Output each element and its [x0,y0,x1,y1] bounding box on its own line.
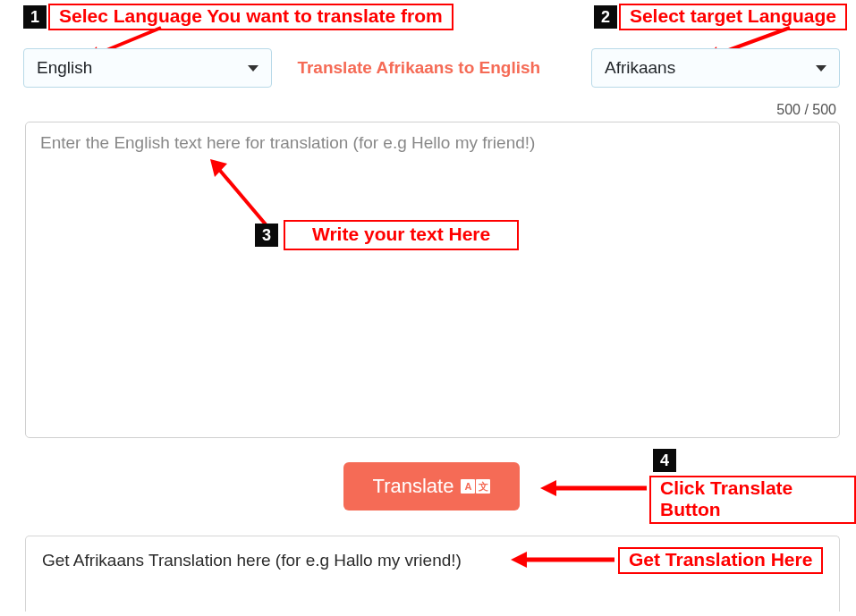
step-badge-2: 2 [594,5,617,29]
step-badge-4: 4 [653,449,676,472]
chevron-down-icon [248,65,258,72]
chevron-down-icon [816,65,826,72]
step-badge-1: 1 [23,5,47,29]
callout-target-lang: Select target Language [619,4,847,30]
arrow-4-icon [535,477,651,504]
page-title: Translate Afrikaans to English [297,58,540,78]
svg-marker-7 [540,480,556,496]
translate-icon: A 文 [461,479,490,494]
translate-button-label: Translate [373,475,454,498]
translate-button[interactable]: Translate A 文 [343,462,520,511]
callout-click-translate: Click Translate Button [649,476,856,524]
target-language-value: Afrikaans [605,58,675,78]
source-text-input[interactable]: Enter the English text here for translat… [25,122,840,438]
character-count: 500 / 500 [776,102,836,118]
source-language-select[interactable]: English [23,48,272,88]
step-badge-3: 3 [255,224,278,247]
target-language-select[interactable]: Afrikaans [591,48,840,88]
source-language-value: English [37,58,92,78]
callout-get-translation: Get Translation Here [618,547,823,574]
callout-write-text: Write your text Here [284,220,519,250]
callout-source-lang: Selec Language You want to translate fro… [48,4,453,30]
